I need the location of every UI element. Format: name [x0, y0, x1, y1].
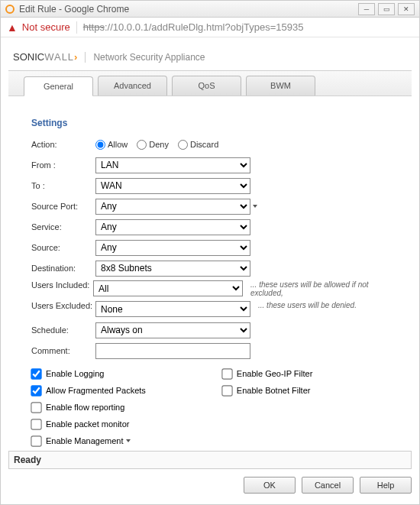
service-label: Service: — [31, 222, 95, 231]
ok-button[interactable]: OK — [244, 477, 296, 494]
source-select[interactable]: Any — [95, 240, 250, 256]
comment-input[interactable] — [95, 343, 250, 359]
schedule-label: Schedule: — [31, 325, 95, 335]
not-secure-label: Not secure — [22, 21, 70, 33]
service-select[interactable]: Any — [95, 219, 250, 235]
check-enable-logging[interactable]: Enable Logging — [31, 365, 146, 382]
help-button[interactable]: Help — [360, 477, 412, 494]
settings-heading: Settings — [31, 118, 398, 128]
from-label: From : — [31, 160, 95, 170]
from-select[interactable]: LAN — [95, 157, 250, 173]
users-included-label: Users Included: — [31, 280, 93, 290]
users-excluded-select[interactable]: None — [95, 301, 250, 317]
comment-label: Comment: — [31, 346, 95, 355]
action-radio-deny[interactable]: Deny — [137, 140, 169, 150]
app-icon — [5, 5, 15, 14]
users-included-select[interactable]: All — [93, 280, 243, 296]
brand-subtitle: Network Security Appliance — [85, 52, 205, 63]
source-port-select[interactable]: Any — [95, 199, 250, 215]
status-bar: Ready — [8, 451, 412, 469]
source-label: Source: — [31, 243, 95, 252]
users-excluded-hint: ... these users will be denied. — [258, 301, 357, 309]
page-url: https://10.0.0.1/addRuleDlg.html?objType… — [83, 21, 304, 33]
window-title: Edit Rule - Google Chrome — [19, 4, 129, 15]
window-titlebar: Edit Rule - Google Chrome ─ ▭ ✕ — [1, 1, 419, 18]
close-button[interactable]: ✕ — [398, 3, 415, 15]
check-botnet[interactable]: Enable Botnet Filter — [222, 382, 312, 399]
tab-qos[interactable]: QoS — [172, 76, 241, 95]
check-geo-ip[interactable]: Enable Geo-IP Filter — [222, 365, 312, 382]
tab-bar: General Advanced QoS BWM — [8, 70, 412, 96]
check-allow-fragmented[interactable]: Allow Fragmented Packets — [31, 382, 146, 399]
brand-header: SONICWALL› Network Security Appliance — [8, 48, 412, 70]
check-flow-reporting[interactable]: Enable flow reporting — [31, 399, 146, 416]
destination-label: Destination: — [31, 264, 95, 273]
action-radio-allow[interactable]: Allow — [95, 140, 128, 150]
tab-advanced[interactable]: Advanced — [98, 76, 167, 95]
action-label: Action: — [31, 140, 95, 149]
url-bar: ▲ Not secure https://10.0.0.1/addRuleDlg… — [1, 18, 419, 37]
action-radio-group: Allow Deny Discard — [95, 140, 218, 150]
minimize-button[interactable]: ─ — [358, 3, 375, 15]
source-port-label: Source Port: — [31, 202, 95, 211]
users-included-hint: ... these users will be allowed if not e… — [250, 280, 398, 297]
warning-icon: ▲ — [7, 21, 18, 34]
caret-icon — [126, 439, 131, 442]
restore-button[interactable]: ▭ — [378, 3, 395, 15]
tab-bwm[interactable]: BWM — [246, 76, 315, 95]
action-radio-discard[interactable]: Discard — [178, 140, 218, 150]
to-select[interactable]: WAN — [95, 178, 250, 194]
svg-point-0 — [6, 5, 14, 13]
schedule-select[interactable]: Always on — [95, 322, 250, 338]
tab-general[interactable]: General — [24, 76, 93, 96]
to-label: To : — [31, 181, 95, 190]
destination-select[interactable]: 8x8 Subnets — [95, 261, 250, 277]
sonicwall-logo: SONICWALL› — [13, 51, 77, 63]
check-packet-monitor[interactable]: Enable packet monitor — [31, 416, 146, 432]
check-enable-management[interactable]: Enable Management — [31, 432, 146, 449]
users-excluded-label: Users Excluded: — [31, 301, 95, 310]
cancel-button[interactable]: Cancel — [302, 477, 354, 494]
caret-icon — [253, 205, 257, 208]
